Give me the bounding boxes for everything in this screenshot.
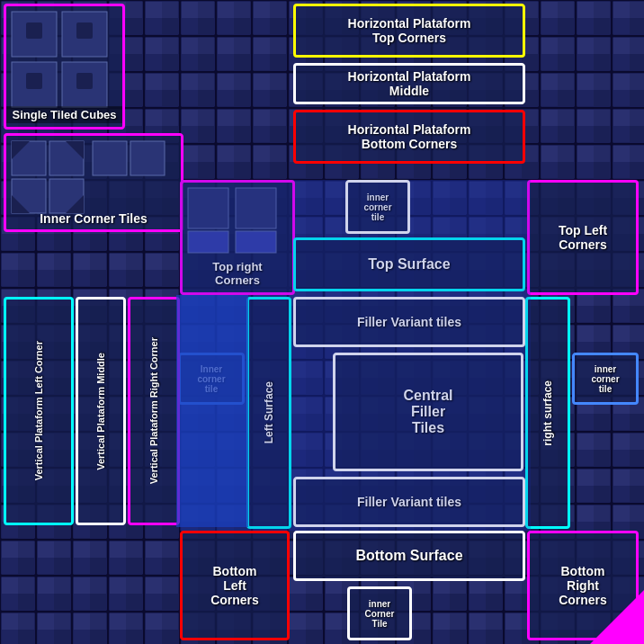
vertical-platform-middle-label: Vertical Plataform Middle [95, 353, 106, 470]
filler-variant-bottom-section: Filler Variant tiles [293, 477, 525, 527]
top-right-corners-section: Top rightCorners [180, 180, 295, 295]
svg-rect-25 [188, 188, 228, 228]
inner-corner-tile-bottom-label: innerCornerTile [365, 599, 395, 629]
inner-corner-tile-top-section: innercornertile [345, 180, 410, 234]
central-filler-tiles-section: CentralFillerTiles [333, 353, 523, 471]
top-left-corners-section: Top LeftCorners [527, 180, 639, 295]
svg-rect-13 [26, 73, 42, 89]
grid-container: Single Tiled Cubes Inner Corner Tiles [0, 0, 644, 644]
left-surface-section: Left Surface [246, 297, 291, 529]
single-tiled-cubes-label: Single Tiled Cubes [6, 106, 122, 123]
horizontal-platform-bottom-corners-section: Horizontal PlataformBottom Corners [293, 110, 525, 164]
filler-variant-bottom-label: Filler Variant tiles [357, 495, 461, 509]
horizontal-platform-top-corners-label: Horizontal PlataformTop Corners [348, 16, 471, 45]
inner-corner-tile-top-label: innercornertile [363, 192, 391, 222]
top-right-corners-label: Top rightCorners [183, 260, 292, 287]
svg-rect-24 [130, 141, 165, 175]
bottom-left-corners-label: BottomLeftCorners [210, 564, 259, 607]
svg-rect-14 [76, 73, 93, 89]
top-surface-label: Top Surface [368, 256, 450, 273]
inner-corner-tile-right-label: innercornertile [591, 364, 619, 394]
left-surface-label: Left Surface [263, 381, 275, 443]
svg-rect-12 [76, 22, 93, 39]
inner-corner-tiles-section: Inner Corner Tiles [4, 133, 183, 232]
vertical-platform-right-corner-label: Vertical Plataform Right Corner [148, 337, 159, 484]
vertical-platform-left-corner-label: Vertical Plataform Left Corner [33, 341, 44, 480]
right-surface-label: right surface [541, 380, 554, 446]
central-filler-tiles-label: CentralFillerTiles [403, 388, 452, 436]
single-tiled-cubes-section: Single Tiled Cubes [4, 4, 125, 130]
svg-rect-27 [188, 231, 228, 253]
svg-rect-28 [236, 231, 276, 253]
vertical-platform-right-corner-section: Vertical Plataform Right Corner [128, 297, 180, 525]
horizontal-platform-middle-label: Horizontal PlataformMiddle [348, 69, 471, 98]
magenta-triangle-decoration [590, 590, 644, 644]
horizontal-platform-top-corners-section: Horizontal PlataformTop Corners [293, 4, 525, 58]
bottom-left-corners-section: BottomLeftCorners [180, 531, 290, 640]
vertical-platform-middle-section: Vertical Plataform Middle [76, 297, 126, 525]
svg-rect-23 [93, 141, 127, 175]
horizontal-platform-bottom-corners-label: Horizontal PlataformBottom Corners [348, 122, 471, 151]
top-surface-section: Top Surface [293, 237, 525, 291]
inner-corner-tile-bottom-section: innerCornerTile [347, 586, 412, 640]
inner-corner-tiles-label: Inner Corner Tiles [6, 211, 181, 226]
left-blue-tiles [176, 295, 250, 529]
svg-rect-11 [26, 22, 42, 39]
vertical-platform-left-corner-section: Vertical Plataform Left Corner [4, 297, 74, 525]
svg-rect-29 [176, 295, 248, 527]
top-left-corners-label: Top LeftCorners [559, 223, 607, 252]
filler-variant-top-section: Filler Variant tiles [293, 297, 525, 347]
bottom-surface-section: Bottom Surface [293, 531, 525, 581]
bottom-surface-label: Bottom Surface [355, 548, 462, 564]
filler-variant-top-label: Filler Variant tiles [357, 315, 461, 329]
horizontal-platform-middle-section: Horizontal PlataformMiddle [293, 63, 525, 104]
right-surface-section: right surface [525, 297, 570, 529]
inner-corner-tile-right-section: innercornertile [572, 353, 639, 405]
svg-rect-26 [236, 188, 276, 228]
